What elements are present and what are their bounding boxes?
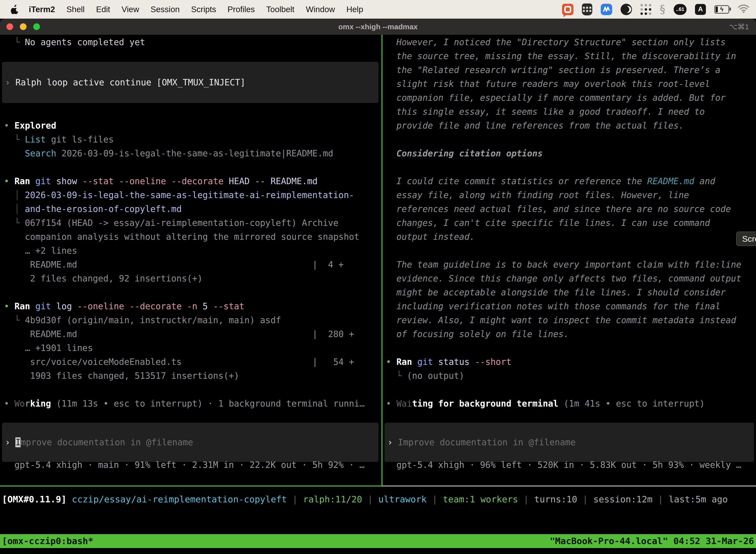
terminal-line: changes, I can't cite specific file line…	[386, 216, 756, 230]
terminal-line: the source tree, missing the essay. Stil…	[386, 49, 756, 63]
terminal-line: might be acceptable alongside the file l…	[386, 285, 756, 299]
terminal-line: the "Related research writing" section i…	[386, 63, 756, 77]
terminal-line: • Working (11m 13s • esc to interrupt) ·…	[4, 397, 381, 410]
right-prompt-text: › Improve documentation in @filename	[384, 435, 576, 449]
right-pane[interactable]: However, I noticed the "Directory Struct…	[382, 35, 756, 486]
input-source-icon[interactable]: A	[695, 4, 706, 15]
terminal-line	[4, 49, 381, 63]
terminal-line: evidence. Since this change only affects…	[386, 272, 756, 285]
terminal-line: • Ran git show --stat --oneline --decora…	[4, 174, 381, 188]
terminal-line	[4, 285, 381, 299]
terminal-line: src/voice/voiceModeEnabled.ts | 54 +	[4, 355, 381, 369]
terminal-line: README.md | 280 +	[4, 327, 381, 341]
terminal-line: README.md | 4 +	[4, 258, 381, 272]
counter-badge-icon[interactable]: ..61	[674, 4, 687, 15]
crescent-icon[interactable]	[621, 4, 632, 15]
terminal-line: … +2 lines	[4, 244, 381, 258]
menu-help[interactable]: Help	[346, 5, 363, 14]
iterm-window: omx --xhigh --madmax ⌥⌘1 └ No agents com…	[0, 19, 756, 554]
menu-bar: iTerm2ShellEditViewSessionScriptsProfile…	[0, 0, 756, 19]
terminal-line	[4, 383, 381, 397]
terminal-line: essay file, along with finding root file…	[386, 188, 756, 202]
terminal-line: However, I noticed the "Directory Struct…	[386, 35, 756, 49]
terminal-line: this single essay, it seems like a good …	[386, 105, 756, 119]
terminal-line	[4, 160, 381, 174]
right-model-status: gpt-5.4 xhigh · 96% left · 520K in · 5.8…	[382, 458, 741, 472]
terminal-line: slight risk that future readers may over…	[386, 77, 756, 91]
terminal-line: review. Also, I might want to inspect th…	[386, 313, 756, 327]
terminal-line: companion analysis without altering the …	[4, 230, 381, 244]
terminal-line	[386, 160, 756, 174]
terminal-line	[386, 244, 756, 258]
terminal-line: │ 2026-03-09-is-legal-the-same-as-legiti…	[4, 188, 381, 202]
terminal-line: Considering citation options	[386, 147, 756, 160]
wifi-icon[interactable]	[738, 4, 750, 15]
terminal-line: I could cite commit statistics or refere…	[386, 174, 756, 188]
left-pane[interactable]: └ No agents completed yet• Explored └ Li…	[0, 35, 381, 486]
title-bar[interactable]: omx --xhigh --madmax ⌥⌘1	[0, 19, 756, 35]
terminal-line: Search 2026-03-09-is-legal-the-same-as-l…	[4, 147, 381, 160]
terminal-line: companion file, especially if more comme…	[386, 91, 756, 105]
menu-profiles[interactable]: Profiles	[228, 5, 255, 14]
terminal-line: └ No agents completed yet	[4, 35, 381, 49]
terminal-line: The team guideline is to back every impo…	[386, 258, 756, 272]
terminal-line: └ List git ls-files	[4, 132, 381, 147]
shield-grid-icon[interactable]	[582, 3, 592, 15]
menu-items: iTerm2ShellEditViewSessionScriptsProfile…	[29, 5, 375, 14]
terminal-content: └ No agents completed yet• Explored └ Li…	[0, 35, 756, 554]
menu-window[interactable]: Window	[306, 5, 335, 14]
terminal-line: • Explored	[4, 119, 381, 132]
inactive-pane-border	[382, 486, 756, 487]
screen-tooltip: Scre	[736, 232, 756, 246]
menu-scripts[interactable]: Scripts	[191, 5, 216, 14]
terminal-line	[386, 132, 756, 147]
dots-grid-icon[interactable]	[640, 4, 651, 15]
terminal-line: • Waiting for background terminal (1m 41…	[386, 397, 756, 410]
tmux-status-bar: [omx-cczip0:bash* "MacBook-Pro-44.local"…	[0, 534, 756, 548]
menu-edit[interactable]: Edit	[96, 5, 110, 14]
zoom-button[interactable]	[33, 23, 40, 30]
terminal-line: references need actual files, and since …	[386, 202, 756, 216]
squiggle-icon[interactable]: §	[660, 3, 665, 16]
terminal-line: • Ran git log --oneline --decorate -n 5 …	[4, 299, 381, 313]
terminal-line: └ 067f154 (HEAD -> essay/ai-reimplementa…	[4, 216, 381, 230]
window-title: omx --xhigh --madmax	[338, 22, 418, 31]
left-prompt-text: › Improve documentation in @filename	[2, 435, 193, 449]
window-shortcut-hint: ⌥⌘1	[729, 22, 749, 31]
menu-iterm2[interactable]: iTerm2	[29, 5, 55, 14]
terminal-line: 2 files changed, 92 insertions(+)	[4, 272, 381, 285]
right-pane-rows: However, I noticed the "Directory Struct…	[382, 35, 756, 410]
battery-icon[interactable]: ϟ	[714, 5, 729, 14]
right-prompt-input[interactable]: › Improve documentation in @filename	[384, 423, 754, 462]
menu-toolbelt[interactable]: Toolbelt	[266, 5, 295, 14]
menu-shell[interactable]: Shell	[66, 5, 84, 14]
close-button[interactable]	[6, 23, 13, 30]
menu-view[interactable]: View	[122, 5, 139, 14]
left-command-box[interactable]: › Ralph loop active continue [OMX_TMUX_I…	[2, 62, 378, 103]
pane-divider[interactable]	[381, 35, 382, 486]
terminal-line: of focusing solely on file lines.	[386, 327, 756, 341]
omx-status-line: [OMX#0.11.9] cczip/essay/ai-reimplementa…	[0, 492, 728, 506]
terminal-line: └ 4b9d30f (origin/main, instructkr/main,…	[4, 313, 381, 327]
tmux-session-label: [omx-cczip0:bash*	[2, 534, 93, 548]
terminal-line: … +1901 lines	[4, 341, 381, 355]
terminal-line: 1903 files changed, 513517 insertions(+)	[4, 369, 381, 383]
terminal-line: • Ran git status --short	[386, 355, 756, 369]
terminal-line	[386, 341, 756, 355]
left-model-status: gpt-5.4 xhigh · main · 91% left · 2.31M …	[0, 458, 365, 472]
terminal-line: provide file and line references from th…	[386, 119, 756, 132]
active-pane-border	[0, 486, 382, 487]
charging-bolt-icon: ϟ	[720, 6, 723, 12]
terminal-line	[4, 105, 381, 119]
chat-app-icon[interactable]	[562, 4, 573, 15]
menu-status-icons: § ..61 A ϟ	[562, 3, 750, 16]
apple-menu-icon[interactable]	[11, 5, 19, 14]
menu-session[interactable]: Session	[150, 5, 180, 14]
terminal-line: output instead.	[386, 230, 756, 244]
left-prompt-input[interactable]: › Improve documentation in @filename	[2, 423, 378, 462]
blue-badge-icon[interactable]	[601, 4, 612, 15]
terminal-line: │ and-the-erosion-of-copyleft.md	[4, 202, 381, 216]
tmux-host-clock: "MacBook-Pro-44.local" 04:52 31-Mar-26	[550, 534, 754, 548]
minimize-button[interactable]	[20, 23, 26, 30]
terminal-line: └ (no output)	[386, 369, 756, 383]
